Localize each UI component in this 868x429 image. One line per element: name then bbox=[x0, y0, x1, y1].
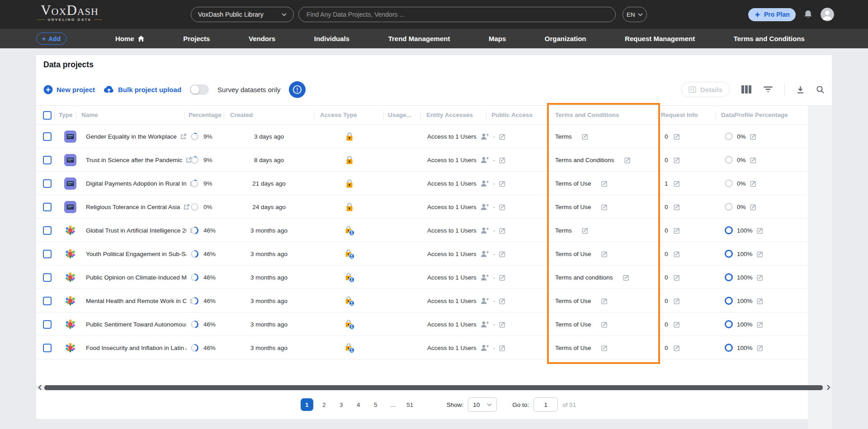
horizontal-scrollbar-thumb[interactable] bbox=[44, 385, 823, 390]
row-checkbox[interactable] bbox=[43, 203, 52, 211]
edit-icon[interactable] bbox=[757, 251, 764, 257]
edit-icon[interactable] bbox=[499, 251, 506, 257]
edit-icon[interactable] bbox=[674, 204, 680, 210]
library-selector[interactable]: VoxDash Public Library bbox=[191, 7, 294, 22]
nav-item-vendors[interactable]: Vendors bbox=[249, 35, 275, 42]
edit-icon[interactable] bbox=[757, 227, 764, 234]
notifications-bell-icon[interactable] bbox=[803, 9, 813, 19]
person-plus-icon[interactable] bbox=[481, 133, 489, 140]
edit-icon[interactable] bbox=[623, 274, 630, 281]
edit-icon[interactable] bbox=[601, 204, 608, 210]
edit-icon[interactable] bbox=[674, 345, 680, 351]
row-checkbox[interactable] bbox=[43, 226, 52, 235]
row-checkbox[interactable] bbox=[43, 273, 52, 282]
search-icon[interactable] bbox=[816, 85, 825, 94]
col-dataprofile-percentage[interactable]: DataProfile Percentage bbox=[721, 112, 788, 118]
add-button[interactable]: + Add bbox=[36, 33, 66, 45]
edit-icon[interactable] bbox=[499, 345, 506, 351]
col-terms-and-conditions[interactable]: Terms and Conditions bbox=[555, 112, 619, 118]
edit-icon[interactable] bbox=[582, 133, 589, 140]
nav-item-terms-and-conditions[interactable]: Terms and Conditions bbox=[734, 35, 805, 42]
page-size-select[interactable]: 10 bbox=[468, 397, 497, 412]
edit-icon[interactable] bbox=[499, 321, 506, 328]
col-entity-accesses[interactable]: Entity Accesses bbox=[426, 112, 473, 118]
col-usage[interactable]: Usage... bbox=[388, 112, 411, 118]
edit-icon[interactable] bbox=[674, 298, 680, 304]
person-plus-icon[interactable] bbox=[481, 227, 489, 234]
person-plus-icon[interactable] bbox=[481, 297, 489, 304]
edit-icon[interactable] bbox=[757, 345, 764, 351]
edit-icon[interactable] bbox=[757, 321, 764, 328]
person-plus-icon[interactable] bbox=[481, 344, 489, 351]
page-button-1[interactable]: 1 bbox=[301, 398, 313, 411]
col-public-access[interactable]: Public Access bbox=[491, 112, 533, 118]
edit-icon[interactable] bbox=[750, 180, 757, 187]
edit-icon[interactable] bbox=[499, 157, 506, 163]
edit-icon[interactable] bbox=[499, 298, 506, 304]
edit-icon[interactable] bbox=[601, 251, 608, 257]
project-name-link[interactable]: Trust in Science after the Pandemic bbox=[86, 157, 182, 163]
edit-icon[interactable] bbox=[624, 157, 631, 163]
brand-logo[interactable]: VoxDash UNVELING DATA bbox=[35, 3, 104, 22]
row-checkbox[interactable] bbox=[43, 297, 52, 305]
page-button-2[interactable]: 2 bbox=[318, 398, 330, 411]
bulk-upload-button[interactable]: Bulk project upload bbox=[104, 85, 181, 94]
columns-icon[interactable] bbox=[741, 85, 752, 93]
nav-item-organization[interactable]: Organization bbox=[545, 35, 586, 42]
download-icon[interactable] bbox=[796, 85, 805, 94]
edit-icon[interactable] bbox=[499, 227, 506, 234]
person-plus-icon[interactable] bbox=[481, 250, 489, 257]
survey-datasets-toggle[interactable] bbox=[190, 84, 209, 95]
new-project-button[interactable]: New project bbox=[43, 85, 95, 94]
edit-icon[interactable] bbox=[499, 180, 506, 187]
project-name-link[interactable]: Religious Tolerance in Central Asia bbox=[86, 204, 180, 210]
nav-item-maps[interactable]: Maps bbox=[489, 35, 506, 42]
row-checkbox[interactable] bbox=[43, 250, 52, 258]
edit-icon[interactable] bbox=[582, 227, 589, 234]
row-checkbox[interactable] bbox=[43, 344, 52, 352]
edit-icon[interactable] bbox=[674, 227, 680, 234]
edit-icon[interactable] bbox=[757, 274, 764, 281]
person-plus-icon[interactable] bbox=[481, 156, 489, 163]
page-button-5[interactable]: 5 bbox=[369, 398, 382, 411]
person-plus-icon[interactable] bbox=[481, 180, 489, 187]
page-button-4[interactable]: 4 bbox=[352, 398, 365, 411]
person-plus-icon[interactable] bbox=[481, 203, 489, 210]
row-checkbox[interactable] bbox=[43, 156, 52, 164]
page-button-3[interactable]: 3 bbox=[335, 398, 348, 411]
external-link-icon[interactable] bbox=[180, 133, 187, 140]
global-search-input[interactable] bbox=[298, 7, 616, 22]
edit-icon[interactable] bbox=[601, 180, 608, 187]
language-selector[interactable]: EN bbox=[623, 7, 647, 22]
page-button-51[interactable]: 51 bbox=[404, 398, 416, 411]
external-link-icon[interactable] bbox=[184, 204, 190, 210]
project-name-link[interactable]: Food Insecurity and Inflation in Latin A… bbox=[86, 345, 186, 351]
edit-icon[interactable] bbox=[674, 251, 680, 257]
person-plus-icon[interactable] bbox=[481, 321, 489, 328]
nav-item-projects[interactable]: Projects bbox=[183, 35, 210, 42]
edit-icon[interactable] bbox=[750, 204, 757, 210]
select-all-checkbox[interactable] bbox=[43, 111, 52, 120]
next-page-icon[interactable] bbox=[421, 402, 425, 408]
edit-icon[interactable] bbox=[499, 133, 506, 140]
nav-item-request-management[interactable]: Request Management bbox=[625, 35, 695, 42]
edit-icon[interactable] bbox=[499, 204, 506, 210]
project-name-link[interactable]: Public Sentiment Toward Autonomous Vehic… bbox=[86, 321, 186, 328]
project-name-link[interactable]: Global Trust in Artificial Intelligence … bbox=[86, 227, 186, 234]
row-checkbox[interactable] bbox=[43, 320, 52, 329]
col-created[interactable]: Created bbox=[230, 112, 253, 118]
nav-item-trend-management[interactable]: Trend Management bbox=[388, 35, 450, 42]
details-button[interactable]: Details bbox=[681, 82, 730, 97]
goto-page-input[interactable] bbox=[533, 397, 558, 412]
edit-icon[interactable] bbox=[674, 180, 680, 187]
edit-icon[interactable] bbox=[750, 157, 757, 163]
project-name-link[interactable]: Public Opinion on Climate-Induced Migrat… bbox=[86, 274, 186, 281]
edit-icon[interactable] bbox=[757, 298, 764, 304]
edit-icon[interactable] bbox=[499, 274, 506, 281]
nav-item-individuals[interactable]: Individuals bbox=[314, 35, 349, 42]
scroll-right-icon[interactable] bbox=[826, 384, 831, 391]
edit-icon[interactable] bbox=[601, 345, 608, 351]
project-name-link[interactable]: Mental Health and Remote Work in Canada bbox=[86, 298, 186, 304]
edit-icon[interactable] bbox=[674, 157, 680, 163]
edit-icon[interactable] bbox=[601, 321, 608, 328]
